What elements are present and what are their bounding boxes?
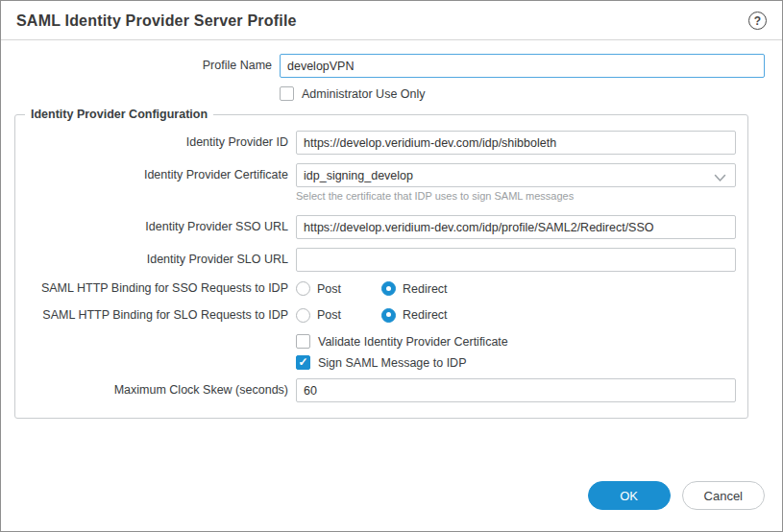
- idp-configuration-legend: Identity Provider Configuration: [25, 108, 213, 121]
- dialog-header: SAML Identity Provider Server Profile ?: [1, 1, 782, 40]
- idp-certificate-row: Identity Provider Certificate idp_signin…: [15, 163, 736, 202]
- dialog-footer: OK Cancel: [1, 470, 782, 531]
- slo-binding-redirect-label: Redirect: [403, 308, 448, 322]
- clock-skew-input[interactable]: [296, 378, 736, 402]
- validate-cert-label: Validate Identity Provider Certificate: [318, 335, 508, 349]
- sso-binding-post-radio[interactable]: [296, 281, 310, 296]
- idp-certificate-value: idp_signing_develop: [304, 169, 413, 182]
- dialog-body: Profile Name Administrator Use Only Iden…: [1, 40, 782, 470]
- cancel-button[interactable]: Cancel: [682, 481, 765, 510]
- profile-name-input[interactable]: [280, 54, 765, 78]
- admin-only-label: Administrator Use Only: [302, 87, 426, 101]
- idp-certificate-hint: Select the certificate that IDP uses to …: [296, 190, 736, 202]
- idp-id-label: Identity Provider ID: [15, 135, 296, 151]
- sso-binding-redirect-radio[interactable]: [381, 281, 396, 296]
- sign-saml-row: Sign SAML Message to IDP: [15, 355, 736, 370]
- clock-skew-row: Maximum Clock Skew (seconds): [15, 378, 736, 402]
- slo-binding-label: SAML HTTP Binding for SLO Requests to ID…: [15, 308, 296, 324]
- dialog-title: SAML Identity Provider Server Profile: [16, 12, 297, 30]
- sign-saml-label: Sign SAML Message to IDP: [318, 356, 466, 370]
- idp-certificate-select[interactable]: idp_signing_develop: [296, 163, 736, 187]
- idp-id-row: Identity Provider ID: [15, 131, 736, 155]
- slo-binding-row: SAML HTTP Binding for SLO Requests to ID…: [15, 308, 736, 324]
- validate-cert-row: Validate Identity Provider Certificate: [15, 334, 736, 349]
- admin-only-row: Administrator Use Only: [1, 86, 765, 101]
- sso-url-row: Identity Provider SSO URL: [15, 215, 736, 239]
- idp-id-input[interactable]: [296, 131, 736, 155]
- sso-binding-row: SAML HTTP Binding for SSO Requests to ID…: [15, 280, 736, 297]
- saml-idp-profile-dialog: SAML Identity Provider Server Profile ? …: [0, 0, 783, 532]
- idp-certificate-label: Identity Provider Certificate: [15, 163, 296, 183]
- idp-configuration-group: Identity Provider Configuration Identity…: [14, 108, 748, 419]
- admin-only-checkbox[interactable]: [280, 86, 294, 101]
- sso-binding-post-label: Post: [317, 282, 341, 296]
- sso-binding-redirect-label: Redirect: [403, 282, 448, 296]
- ok-button[interactable]: OK: [588, 481, 671, 510]
- slo-url-row: Identity Provider SLO URL: [15, 248, 736, 272]
- sso-url-label: Identity Provider SSO URL: [15, 220, 296, 235]
- sign-saml-checkbox[interactable]: [296, 355, 310, 370]
- chevron-down-icon: [714, 172, 726, 185]
- slo-url-label: Identity Provider SLO URL: [15, 253, 296, 268]
- profile-name-label: Profile Name: [1, 59, 280, 74]
- validate-cert-checkbox[interactable]: [296, 334, 310, 349]
- sso-url-input[interactable]: [296, 215, 736, 239]
- slo-binding-post-radio[interactable]: [296, 308, 310, 323]
- clock-skew-label: Maximum Clock Skew (seconds): [15, 383, 296, 399]
- help-icon[interactable]: ?: [748, 12, 767, 30]
- slo-binding-post-label: Post: [317, 308, 341, 322]
- profile-name-row: Profile Name: [1, 54, 765, 78]
- sso-binding-label: SAML HTTP Binding for SSO Requests to ID…: [15, 280, 296, 297]
- slo-binding-redirect-radio[interactable]: [381, 308, 396, 323]
- slo-url-input[interactable]: [296, 248, 736, 272]
